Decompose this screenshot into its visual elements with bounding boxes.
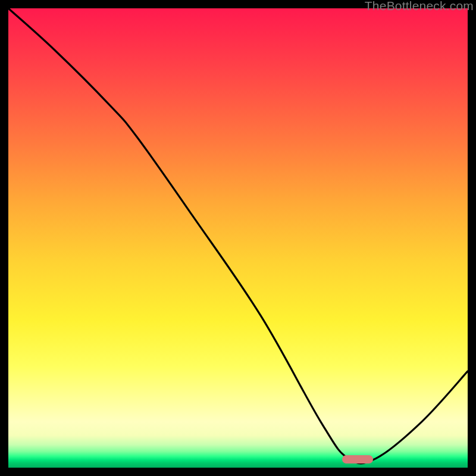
plot-area	[8, 8, 468, 468]
chart-frame	[0, 0, 476, 476]
bottleneck-curve	[8, 8, 468, 468]
optimum-marker	[342, 455, 373, 464]
